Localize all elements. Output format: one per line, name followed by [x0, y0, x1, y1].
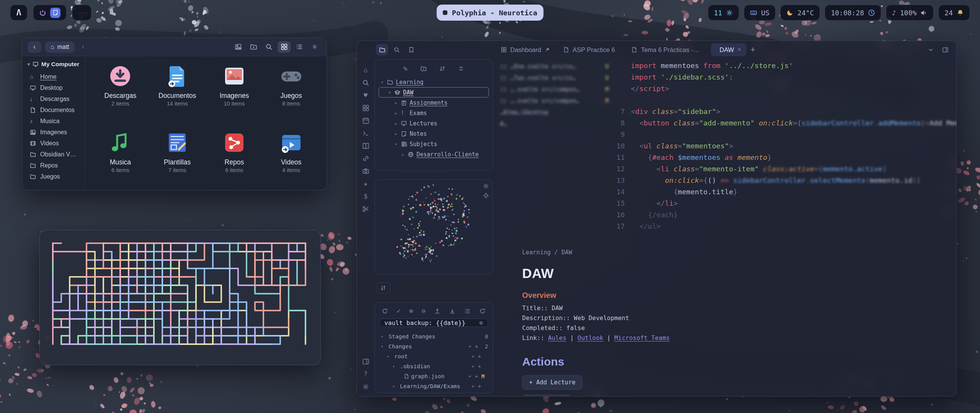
folder-tile-documentos[interactable]: Documentos 14 items — [149, 64, 206, 121]
split-layout-button[interactable] — [939, 44, 951, 55]
tab-trailing-icon[interactable] — [545, 47, 550, 52]
ribbon-scissors-button[interactable] — [360, 203, 371, 214]
forward-button[interactable]: › — [78, 43, 88, 51]
tree-chevron-icon[interactable]: ▾ — [388, 90, 394, 95]
stage-icon[interactable]: + — [478, 363, 481, 369]
folder-plus-button[interactable] — [420, 65, 427, 73]
folder-tile-repos[interactable]: Repos 6 items — [206, 130, 263, 188]
sidebar-item-documentos[interactable]: Documentos — [28, 104, 82, 115]
new-folder-button[interactable] — [247, 41, 260, 53]
ribbon-help-button[interactable]: ? — [360, 369, 371, 379]
ribbon-dollar-button[interactable]: $ — [360, 191, 371, 202]
tab-dashboard[interactable]: Dashboard — [495, 43, 555, 56]
tab-tema-6-pr-cticas[interactable]: Tema 6 Prácticas -… — [626, 43, 708, 56]
launcher-button[interactable]: Λ — [10, 5, 28, 21]
screenshot-button[interactable] — [232, 41, 245, 53]
upload-button[interactable] — [434, 308, 441, 314]
tree-item-learning[interactable]: ▾ Learning — [379, 77, 489, 87]
git-row-root[interactable]: ▾ root ↶+ — [379, 351, 488, 361]
sidebar-section-header[interactable]: ▾ My Computer — [28, 61, 82, 68]
power-icon[interactable] — [39, 9, 46, 16]
focus-button[interactable] — [483, 192, 489, 199]
tree-chevron-icon[interactable]: ▸ — [395, 131, 401, 137]
tree-item-notes[interactable]: ▸ Notes — [379, 128, 489, 139]
search-panel-button[interactable] — [390, 44, 403, 55]
list-button[interactable] — [464, 308, 471, 314]
git-chevron-icon[interactable]: ▾ — [381, 344, 387, 349]
sort-button[interactable] — [439, 65, 446, 73]
tree-chevron-icon[interactable]: ▸ — [395, 121, 401, 126]
grid-view-button[interactable] — [278, 41, 291, 53]
link-aules[interactable]: Aules — [548, 334, 566, 341]
discard-icon[interactable]: ↶ — [472, 383, 475, 389]
ribbon-home-button[interactable]: ⌂ — [360, 65, 371, 75]
check-button[interactable]: ✓ — [397, 307, 400, 315]
stage-icon[interactable]: + — [475, 343, 478, 350]
tree-item-assignments[interactable]: ▸ Assignments — [379, 98, 489, 108]
git-row-changes[interactable]: ▾ Changes ↶+ 2 — [379, 341, 488, 351]
stage-icon[interactable]: + — [478, 353, 481, 359]
link-outlook[interactable]: Outlook — [578, 334, 603, 341]
folder-tile-imagenes[interactable]: Imagenes 10 items — [206, 64, 263, 121]
ribbon-star-button[interactable]: ★ — [360, 178, 371, 189]
collapse-button[interactable] — [458, 65, 464, 73]
commit-message-input[interactable]: vault backup: {{date}} ⊗ — [379, 319, 488, 327]
folder-tile-juegos[interactable]: Juegos 8 items — [263, 64, 320, 121]
stage-icon[interactable]: + — [475, 373, 478, 379]
ribbon-search-button[interactable] — [360, 77, 371, 88]
keyboard-layout-widget[interactable]: US — [744, 5, 776, 21]
weather-widget[interactable]: 24°C — [780, 5, 820, 21]
sidebar-item-videos[interactable]: Videos — [28, 138, 82, 149]
sidebar-item-desktop[interactable]: Desktop — [28, 82, 82, 93]
button-add-note[interactable]: + Add Note — [522, 395, 572, 397]
system-graph-widget[interactable] — [72, 5, 91, 21]
ribbon-gear-button[interactable] — [360, 381, 371, 392]
button-add-lecture[interactable]: + Add Lecture — [522, 375, 582, 390]
unstage-button[interactable]: ⊖ — [421, 307, 425, 315]
files-panel-button[interactable] — [376, 44, 388, 55]
ribbon-terminal-button[interactable] — [360, 128, 371, 138]
ribbon-camera-button[interactable] — [360, 166, 371, 176]
breadcrumb[interactable]: ⌂ matt — [45, 41, 75, 53]
tree-chevron-icon[interactable]: ▸ — [395, 100, 401, 106]
tab-daw[interactable]: DAW × — [711, 43, 746, 56]
folder-tile-plantillas[interactable]: Plantillas 7 items — [149, 130, 206, 188]
folder-tile-descargas[interactable]: Descargas 2 items — [92, 64, 149, 121]
sidebar-item-home[interactable]: ⌂ Home — [28, 71, 82, 82]
discard-icon[interactable]: ↶ — [469, 343, 472, 350]
git-row-obsidian[interactable]: ▾ .obsidian ↶+ — [379, 361, 488, 371]
git-row-staged-changes[interactable]: ▾ Staged Changes ↶+ 0 — [379, 332, 488, 341]
git-chevron-icon[interactable]: ▾ — [392, 384, 398, 389]
tree-item-daw[interactable]: ▾ DAW — [379, 87, 489, 98]
git-chevron-icon[interactable]: ▾ — [392, 364, 398, 369]
sidebar-item-obsidian-v[interactable]: Obsidian V… — [28, 149, 82, 160]
tree-chevron-icon[interactable]: ▾ — [381, 80, 387, 85]
folder-tile-musica[interactable]: Musica 6 items — [92, 130, 149, 188]
now-playing-widget[interactable]: Polyphia - Neurotica — [437, 5, 544, 21]
folder-tile-videos[interactable]: Videos 4 items — [263, 130, 320, 188]
sidebar-item-musica[interactable]: ♪ Musica — [28, 115, 82, 127]
tree-chevron-icon[interactable]: ▸ — [402, 152, 408, 157]
sidebar-item-descargas[interactable]: ↓ Descargas — [28, 93, 82, 104]
tab-list-button[interactable] — [925, 44, 936, 55]
search-button[interactable] — [262, 41, 275, 53]
pencil-button[interactable]: ✎ — [403, 65, 408, 73]
ribbon-book-button[interactable] — [360, 140, 371, 151]
gear-button[interactable] — [483, 183, 489, 189]
git-chevron-icon[interactable]: ▾ — [381, 334, 387, 339]
stage-icon[interactable]: + — [478, 383, 481, 389]
ribbon-link-button[interactable] — [360, 153, 371, 164]
tab-asp-practice-6[interactable]: ASP Practice 6 — [558, 43, 624, 56]
tree-item-subjects[interactable]: ▾ Subjects — [379, 139, 489, 149]
tab-trailing-icon[interactable]: × — [737, 46, 741, 53]
sync-button[interactable] — [479, 308, 486, 314]
new-tab-button[interactable]: + — [746, 43, 760, 56]
git-row-learning-daw-exams[interactable]: ▾ Learning/DAW/Exams ↶+ — [379, 381, 488, 391]
menu-button[interactable]: ≡ — [308, 41, 321, 53]
ribbon-heart-button[interactable]: ♥ — [360, 90, 371, 101]
sidebar-item-juegos[interactable]: Juegos — [28, 171, 82, 182]
list-view-button[interactable] — [293, 41, 306, 53]
bookmarks-panel-button[interactable] — [405, 44, 417, 55]
tree-chevron-icon[interactable]: ▸ — [395, 111, 401, 116]
tree-item-exams[interactable]: ▸ ! Exams — [379, 108, 489, 118]
